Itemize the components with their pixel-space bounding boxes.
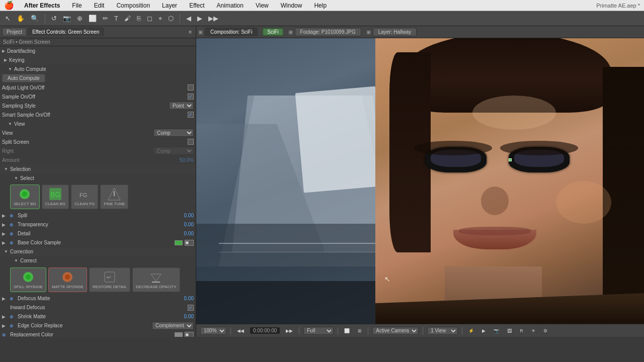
camera-select[interactable]: Active Camera <box>372 327 419 335</box>
clean-bg-icon: BG <box>48 187 62 201</box>
svg-text:↩: ↩ <box>107 275 111 280</box>
apple-menu[interactable]: 🍎 <box>4 1 14 10</box>
clean-fg-btn[interactable]: FG CLEAN FG <box>71 185 98 209</box>
tool-pen[interactable]: ✏ <box>101 14 110 23</box>
exposure-btn[interactable]: ☀ <box>529 327 537 334</box>
section-keying[interactable]: ▶ Keying <box>0 55 196 64</box>
spill-sponge-icon <box>21 270 35 284</box>
select-subsection[interactable]: ▼ Select <box>0 173 196 183</box>
menu-effect[interactable]: Effect <box>187 2 206 9</box>
adjust-light-label: Adjust Light On/Off <box>2 85 186 90</box>
tool-mask[interactable]: ⬜ <box>87 14 99 23</box>
spill-sponge-btn[interactable]: SPILL SPONGE <box>10 267 46 292</box>
tool-clone[interactable]: ⎘ <box>135 14 143 23</box>
footage-tab-label[interactable]: Footage: P1010099.JPG <box>295 28 361 36</box>
select-btn-group: SELECT BG BG CLEAN BG FG <box>0 183 196 211</box>
adjust-light-check[interactable] <box>188 84 194 90</box>
tool-rotate[interactable]: ↺ <box>49 14 59 23</box>
select-bg-btn[interactable]: SELECT BG <box>10 185 40 209</box>
tool-text[interactable]: T <box>112 14 120 23</box>
view-section-label: View <box>14 121 25 127</box>
split-screen-check[interactable] <box>188 139 194 145</box>
tool-play-forward[interactable]: ▶▶ <box>206 14 220 23</box>
tab-project[interactable]: Project <box>2 28 27 36</box>
tool-eraser[interactable]: ◻ <box>145 14 154 23</box>
tool-puppet[interactable]: ⬡ <box>166 14 176 23</box>
color-sample-label: Base Color Sample <box>18 240 173 245</box>
section-selection[interactable]: ▼ Selection <box>0 164 196 173</box>
view-select[interactable]: Comp Alpha <box>153 129 194 137</box>
transparency-grid-btn[interactable]: ⊞ <box>356 327 364 334</box>
region-of-interest-btn[interactable]: ⬜ <box>342 327 352 334</box>
spill-sponge-label: SPILL SPONGE <box>14 285 43 290</box>
menu-help[interactable]: Help <box>312 2 329 9</box>
replacement-color-edit[interactable]: ▣ <box>185 332 194 337</box>
timecode: 0:00:00:00 <box>250 327 280 334</box>
smart-sample-check[interactable]: ✓ <box>188 112 194 118</box>
tool-camera[interactable]: 📷 <box>61 14 73 23</box>
snapshot-btn[interactable]: 📷 <box>492 327 501 334</box>
auto-compute-section[interactable]: ▼ Auto Compute <box>0 64 196 73</box>
menu-edit[interactable]: Edit <box>92 2 107 9</box>
section-correction[interactable]: ▼ Correction <box>0 247 196 256</box>
tab-comp-viewer[interactable]: ▣ Composition: SciFi <box>198 28 258 36</box>
tab-effect-controls[interactable]: Effect Controls: Green Screen <box>28 28 104 36</box>
quality-select[interactable]: Full Half Quarter <box>303 327 334 335</box>
tool-move[interactable]: ⊕ <box>75 14 85 23</box>
tool-play[interactable]: ▶ <box>195 14 204 23</box>
defocus-matte-label: Defocus Matte <box>18 296 182 301</box>
color-swatch-edit[interactable]: ▣ <box>185 240 194 246</box>
next-frame-btn[interactable]: ▶▶ <box>284 327 295 334</box>
sampling-style-select[interactable]: Point Area <box>169 102 194 110</box>
decrease-opacity-btn[interactable]: DECREASE OPACITY <box>132 267 180 292</box>
comp-view[interactable]: ↖ <box>196 38 644 324</box>
tool-brush[interactable]: 🖌 <box>122 14 133 23</box>
menu-window[interactable]: Window <box>279 2 304 9</box>
layer-tab-label[interactable]: Layer: Hallway <box>373 28 417 36</box>
show-snapshot-btn[interactable]: 🖼 <box>505 327 514 334</box>
select-label: Select <box>20 175 34 181</box>
clean-fg-label: CLEAN FG <box>74 202 95 207</box>
breadcrumb: SciFi • Green Screen <box>0 38 196 46</box>
tool-zoom[interactable]: 🔍 <box>29 14 41 23</box>
menu-animation[interactable]: Animation <box>215 2 246 9</box>
render-preview-btn[interactable]: ▶ <box>480 327 488 334</box>
transparency-value: 0.00 <box>184 222 194 227</box>
zoom-select[interactable]: 100% 50% 200% <box>200 327 226 335</box>
comp-tab-label[interactable]: Composition: SciFi <box>205 28 258 36</box>
menu-view[interactable]: View <box>254 2 271 9</box>
menu-file[interactable]: File <box>70 2 84 9</box>
restore-detail-btn[interactable]: ↩ RESTORE DETAIL <box>89 267 130 292</box>
prev-frame-btn[interactable]: ◀◀ <box>235 327 246 334</box>
app-name: After Effects <box>22 2 62 9</box>
correct-subsection[interactable]: ▼ Correct <box>0 256 196 265</box>
section-deartifacting[interactable]: ▶ Deartifacting <box>0 46 196 55</box>
right-row: Right Comp <box>0 146 196 155</box>
status-sep6 <box>462 327 462 334</box>
effect-content[interactable]: ▶ Deartifacting ▶ Keying ▼ Auto Compute … <box>0 46 196 337</box>
fast-preview-btn[interactable]: ⚡ <box>466 327 476 334</box>
tool-hand[interactable]: ✋ <box>15 14 27 23</box>
keying-label: Keying <box>9 57 25 63</box>
edge-color-replace-select[interactable]: Complement None <box>152 322 194 330</box>
tool-select[interactable]: ↖ <box>3 14 13 23</box>
menu-composition[interactable]: Composition <box>114 2 152 9</box>
comp-sub-tab[interactable]: SciFi <box>263 28 283 36</box>
menu-layer[interactable]: Layer <box>160 2 179 9</box>
show-channel-btn[interactable]: R <box>518 327 525 334</box>
auto-compute-btn-row: Auto Compute <box>0 73 196 83</box>
color-correction-btn[interactable]: ⚙ <box>541 327 549 334</box>
panel-menu-btn[interactable]: ≡ <box>187 28 194 36</box>
fine-tune-btn[interactable]: FINE TUNE <box>100 185 128 209</box>
tool-roto[interactable]: ⌖ <box>156 14 164 24</box>
smart-sample-row: Smart Sample On/Off ✓ <box>0 110 196 119</box>
matte-sponge-btn[interactable]: MATTE SPONGE <box>48 267 87 292</box>
matte-sponge-label: MATTE SPONGE <box>52 285 84 290</box>
tool-play-back[interactable]: ◀ <box>184 14 193 23</box>
inward-defocus-check[interactable]: ✓ <box>188 305 194 311</box>
clean-bg-btn[interactable]: BG CLEAN BG <box>42 185 69 209</box>
auto-compute-button[interactable]: Auto Compute <box>2 74 45 82</box>
sample-onoff-check[interactable]: ✓ <box>188 94 194 100</box>
view-section[interactable]: ▼ View <box>0 119 196 128</box>
view-count-select[interactable]: 1 View 2 Views <box>427 327 458 335</box>
